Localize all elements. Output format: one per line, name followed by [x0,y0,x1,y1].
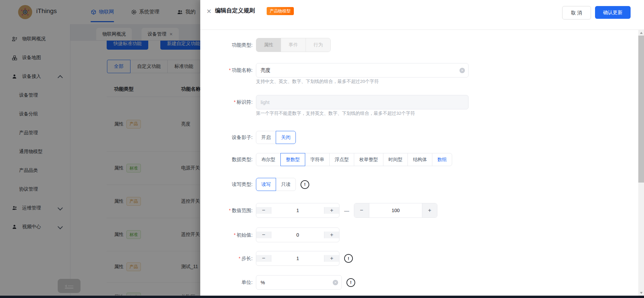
segment-event: 事件 [281,38,306,52]
data-type-string[interactable]: 字符串 [305,153,330,166]
range-min-value[interactable]: 1 [271,208,324,213]
scroll-down-arrow[interactable] [638,290,644,296]
option-label: 开启 [261,135,271,141]
required-mark: * [229,208,231,213]
data-type-enum[interactable]: 枚举整型 [354,153,383,166]
field-label: *数值范围: [200,207,253,214]
field-label: 读写类型: [200,181,253,188]
minus-button[interactable]: − [256,255,271,262]
identifier-input [256,100,468,105]
data-type-array[interactable]: 数组 [432,153,452,166]
clear-icon[interactable]: ✕ [460,68,465,73]
range-max-stepper: − 100 + [354,203,437,218]
field-label: *步长: [200,255,253,262]
app-root: iThings 物联网 系统管理 我 [0,0,644,298]
identifier-helper: 第一个字符不能是数字，支持英文、数字、下划线的组合，最多不超过32个字符 [256,110,415,116]
function-name-helper: 支持中文、英文、数字、下划线的组合，最多不超过20个字符 [256,79,379,85]
shadow-on-option[interactable]: 开启 [256,131,276,144]
cancel-button[interactable]: 取 消 [562,6,591,19]
segment-attribute: 属性 [256,38,281,52]
data-type-int[interactable]: 整数型 [280,153,305,166]
range-max-value[interactable]: 100 [369,203,422,217]
button-label: 确认更新 [603,9,623,16]
exclamation-icon: ! [344,254,353,263]
range-dash: — [344,208,349,213]
clear-icon[interactable]: ✕ [333,280,338,285]
edit-custom-rule-modal: ✕ 编辑自定义规则 产品物模型 取 消 确认更新 功能类型: 属性 事件 行为 … [200,0,644,298]
required-mark: * [234,232,235,238]
modal-scrollbar[interactable] [638,30,644,296]
option-label: 读写 [261,182,271,188]
device-shadow-options: 开启 关闭 [256,131,296,144]
data-type-options: 布尔型 整数型 字符串 浮点型 枚举整型 时间型 结构体 数组 [256,153,452,166]
minus-button[interactable]: − [256,207,271,214]
range-min-stepper: − 1 + [256,203,339,218]
required-mark: * [239,256,240,261]
form-row-rw-type: 读写类型: 读写 只读 ! [200,178,309,191]
option-label: 布尔型 [261,157,275,163]
taskbar-edge [0,296,644,298]
field-label: *标识符: [200,99,253,105]
modal-header-divider [200,30,644,30]
scrollbar-thumb[interactable] [638,36,644,183]
form-row-device-shadow: 设备影子: 开启 关闭 [200,131,296,144]
step-value[interactable]: 1 [271,256,324,261]
data-type-struct[interactable]: 结构体 [408,153,432,166]
form-row-function-type: 功能类型: 属性 事件 行为 [200,38,331,52]
field-label: *初始值: [200,232,253,238]
required-mark: * [229,67,231,73]
option-label: 关闭 [281,135,290,141]
option-label: 整数型 [286,157,300,163]
button-label: 取 消 [571,10,582,16]
function-name-input-wrap: ✕ [256,63,469,78]
option-label: 时间型 [388,157,402,163]
required-mark: * [234,99,235,105]
initial-value[interactable]: 0 [271,232,324,238]
form-row-identifier: *标识符: [200,95,469,109]
initial-value-stepper: − 0 + [256,228,339,242]
field-label: *功能名称: [200,67,253,73]
unit-input[interactable] [256,280,341,285]
form-row-data-type: 数据类型: 布尔型 整数型 字符串 浮点型 枚举整型 时间型 结构体 数组 [200,153,452,166]
data-type-float[interactable]: 浮点型 [329,153,354,166]
minus-button[interactable]: − [256,232,271,238]
form-row-value-range: *数值范围: − 1 + — − 100 + [200,203,437,218]
field-label: 单位: [200,279,253,286]
plus-button[interactable]: + [422,203,437,217]
modal-title: 编辑自定义规则 [215,7,255,14]
exclamation-icon: ! [301,180,309,189]
form-row-initial-value: *初始值: − 0 + [200,228,339,242]
scroll-up-arrow[interactable] [638,30,644,36]
option-label: 浮点型 [335,157,349,163]
modal-header: ✕ 编辑自定义规则 产品物模型 取 消 确认更新 [200,0,644,30]
rw-readwrite-option[interactable]: 读写 [256,178,276,191]
segment-action: 行为 [306,38,330,52]
plus-button[interactable]: + [324,207,339,214]
option-label: 数组 [437,157,447,163]
field-label: 数据类型: [200,156,253,163]
close-icon[interactable]: ✕ [205,7,213,15]
unit-input-wrap: ✕ [256,275,342,290]
form-row-function-name: *功能名称: ✕ [200,63,469,78]
product-thing-model-badge: 产品物模型 [267,7,294,15]
option-label: 结构体 [413,157,427,163]
data-type-bool[interactable]: 布尔型 [256,153,281,166]
function-name-input[interactable] [256,68,468,73]
plus-button[interactable]: + [324,255,339,262]
plus-button[interactable]: + [324,232,339,238]
identifier-input-wrap [256,95,469,109]
shadow-off-option[interactable]: 关闭 [276,131,296,144]
option-label: 字符串 [310,157,324,163]
function-type-segmented: 属性 事件 行为 [256,38,331,52]
option-label: 只读 [281,182,290,188]
rw-readonly-option[interactable]: 只读 [276,178,296,191]
minus-button[interactable]: − [354,203,369,217]
step-stepper: − 1 + [256,251,339,266]
option-label: 枚举整型 [359,157,378,163]
field-label: 功能类型: [200,42,253,48]
confirm-update-button[interactable]: 确认更新 [595,6,631,19]
form-row-unit: 单位: ✕ ! [200,275,355,290]
data-type-time[interactable]: 时间型 [383,153,408,166]
field-label: 设备影子: [200,134,253,141]
rw-type-options: 读写 只读 [256,178,296,191]
